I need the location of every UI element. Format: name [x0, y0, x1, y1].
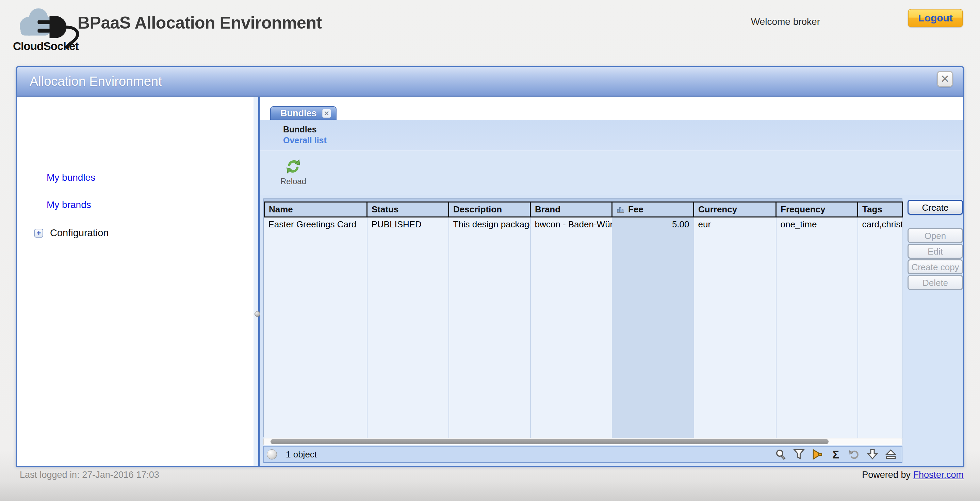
search-icon[interactable]: [775, 448, 787, 461]
reload-label: Reload: [276, 177, 310, 186]
cell-brand: bwcon - Baden-Württ: [530, 217, 612, 231]
quick-filter-icon[interactable]: [811, 448, 824, 461]
cell-frequency: one_time: [776, 217, 858, 231]
column-header-frequency[interactable]: Frequency: [776, 202, 858, 217]
fhoster-link[interactable]: Fhoster.com: [913, 470, 964, 480]
horizontal-scrollbar[interactable]: [263, 438, 902, 445]
tab-bundles-label: Bundles: [280, 108, 317, 119]
tab-strip: Bundles ✕: [260, 97, 963, 120]
column-header-tags[interactable]: Tags: [858, 202, 903, 217]
scrollbar-thumb[interactable]: [270, 439, 829, 444]
sidebar-item-configuration[interactable]: + Configuration: [34, 227, 109, 239]
cell-tags: card,christ: [858, 217, 903, 231]
breadcrumb: Bundles Overall list: [260, 120, 963, 150]
sidebar-item-my-brands[interactable]: My brands: [47, 199, 91, 210]
window-titlebar: Allocation Environment ✕: [17, 67, 963, 97]
logo-wordmark: CloudSocket: [13, 40, 79, 52]
welcome-message: Welcome broker: [751, 16, 820, 27]
download-icon[interactable]: [866, 448, 878, 461]
cell-currency: eur: [694, 217, 776, 231]
window-title: Allocation Environment: [30, 74, 162, 89]
tab-bundles[interactable]: Bundles ✕: [270, 106, 337, 120]
create-copy-button[interactable]: Create copy: [907, 259, 963, 274]
column-header-currency[interactable]: Currency: [694, 202, 776, 217]
reload-icon: [285, 158, 301, 175]
table-empty-area: [264, 231, 903, 438]
sidebar-item-my-bundles[interactable]: My bundles: [47, 172, 95, 183]
bar-chart-icon: [617, 206, 625, 213]
open-button[interactable]: Open: [907, 228, 963, 243]
cell-status: PUBLISHED: [367, 217, 449, 231]
status-sphere-icon: [267, 449, 277, 460]
table-header-row: Name Status Description Brand: [264, 202, 903, 217]
cell-description: This design package: [449, 217, 530, 231]
column-header-name[interactable]: Name: [264, 202, 367, 217]
powered-by-text: Powered by: [862, 470, 911, 480]
sidebar-item-configuration-label[interactable]: Configuration: [50, 227, 109, 239]
table-top-strip: [264, 199, 902, 202]
tab-close-icon[interactable]: ✕: [322, 109, 331, 118]
splitter-track: [253, 97, 258, 466]
status-bar: 1 object Σ: [263, 446, 902, 463]
eject-icon[interactable]: [885, 448, 897, 461]
action-button-panel: Create Open Edit Create copy Delete: [907, 97, 964, 466]
column-header-description[interactable]: Description: [449, 202, 530, 217]
cell-fee: 5.00: [612, 217, 694, 231]
column-header-status[interactable]: Status: [367, 202, 449, 217]
column-header-brand[interactable]: Brand: [530, 202, 612, 217]
object-count: 1 object: [286, 449, 317, 460]
cell-name: Easter Greetings Card: [264, 217, 367, 231]
app-header: CloudSocket BPaaS Allocation Environment…: [0, 0, 980, 66]
breadcrumb-overall-list-link[interactable]: Overall list: [283, 135, 327, 145]
allocation-environment-window: Allocation Environment ✕ My bundles My b…: [16, 66, 964, 467]
app-title: BPaaS Allocation Environment: [78, 13, 322, 33]
bundles-table: Name Status Description Brand: [263, 199, 902, 437]
breadcrumb-title: Bundles: [283, 124, 317, 134]
splitter-handle[interactable]: [255, 311, 260, 317]
logout-button[interactable]: Logout: [908, 9, 963, 27]
sum-icon[interactable]: Σ: [830, 448, 842, 461]
delete-button[interactable]: Delete: [907, 275, 963, 290]
table-row[interactable]: Easter Greetings Card PUBLISHED This des…: [264, 217, 903, 231]
create-button[interactable]: Create: [907, 200, 963, 215]
undo-icon[interactable]: [848, 448, 860, 461]
filter-icon[interactable]: [793, 448, 805, 461]
sidebar: My bundles My brands + Configuration: [17, 97, 253, 466]
reload-button[interactable]: Reload: [276, 158, 310, 186]
column-header-fee[interactable]: Fee: [612, 202, 694, 217]
expand-plus-icon[interactable]: +: [34, 229, 43, 238]
last-login-text: Last logged in: 27-Jan-2016 17:03: [20, 470, 159, 480]
main-panel: Bundles ✕ Bundles Overall list: [260, 97, 963, 466]
powered-by: Powered by Fhoster.com: [862, 470, 964, 480]
toolbar: Reload: [260, 150, 963, 195]
window-close-button[interactable]: ✕: [937, 71, 953, 87]
edit-button[interactable]: Edit: [907, 244, 963, 259]
